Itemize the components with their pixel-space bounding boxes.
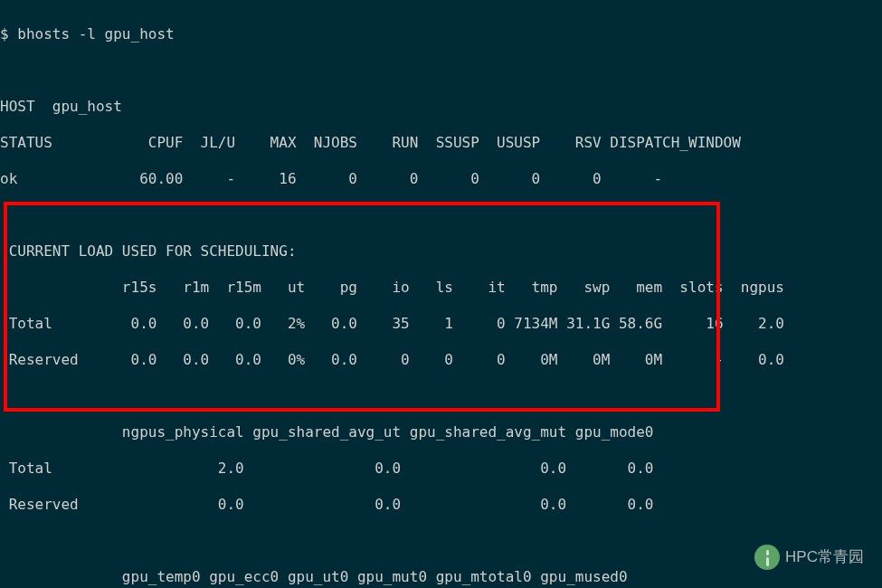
current-load-title: CURRENT LOAD USED FOR SCHEDULING: [0,242,882,261]
blank-line [0,532,882,550]
status-row: ok 60.00 - 16 0 0 0 0 0 - [0,170,882,188]
load-block2-reserved: Reserved 0.0 0.0 0.0 0.0 [0,496,882,514]
blank-line [0,387,882,405]
load-block1-total: Total 0.0 0.0 0.0 2% 0.0 35 1 0 7134M 31… [0,315,882,333]
blank-line [0,206,882,224]
command-text: bhosts -l gpu_host [17,25,174,43]
blank-line [0,62,882,80]
watermark: HPC常青园 [754,545,864,570]
prompt-line[interactable]: $ bhosts -l gpu_host [0,25,882,43]
load-block1-header: r15s r1m r15m ut pg io ls it tmp swp mem… [0,279,882,297]
load-block2-total: Total 2.0 0.0 0.0 0.0 [0,460,882,478]
watermark-text: HPC常青园 [785,548,864,566]
status-header: STATUS CPUF JL/U MAX NJOBS RUN SSUSP USU… [0,134,882,152]
wechat-icon [754,545,780,570]
shell-prompt: $ [0,25,17,43]
terminal-output: $ bhosts -l gpu_host HOST gpu_host STATU… [0,0,882,588]
host-line: HOST gpu_host [0,98,882,116]
load-block1-reserved: Reserved 0.0 0.0 0.0 0% 0.0 0 0 0 0M 0M … [0,351,882,369]
load-block2-header: ngpus_physical gpu_shared_avg_ut gpu_sha… [0,423,882,441]
load-block3-header: gpu_temp0 gpu_ecc0 gpu_ut0 gpu_mut0 gpu_… [0,568,882,586]
